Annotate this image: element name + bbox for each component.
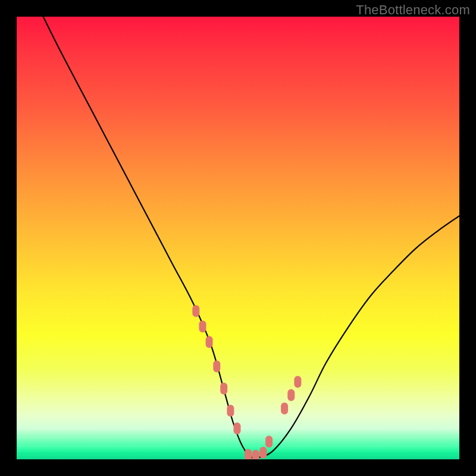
- curve-marker: [245, 449, 252, 459]
- curve-marker: [287, 389, 295, 401]
- curve-marker: [294, 376, 301, 388]
- curve-marker: [199, 321, 206, 333]
- curve-layer: [17, 17, 459, 459]
- chart-frame: TheBottleneck.com: [0, 0, 476, 476]
- curve-marker: [220, 383, 227, 394]
- curve-marker: [234, 422, 241, 434]
- bottleneck-curve: [43, 17, 459, 458]
- curve-marker: [281, 402, 288, 414]
- curve-marker: [227, 405, 234, 416]
- curve-marker: [206, 336, 213, 348]
- curve-marker: [213, 361, 220, 372]
- curve-marker: [265, 436, 273, 447]
- curve-marker: [192, 305, 199, 317]
- watermark-text: TheBottleneck.com: [356, 2, 470, 18]
- plot-area: [17, 17, 459, 459]
- curve-marker: [259, 447, 267, 459]
- curve-marker: [252, 450, 259, 459]
